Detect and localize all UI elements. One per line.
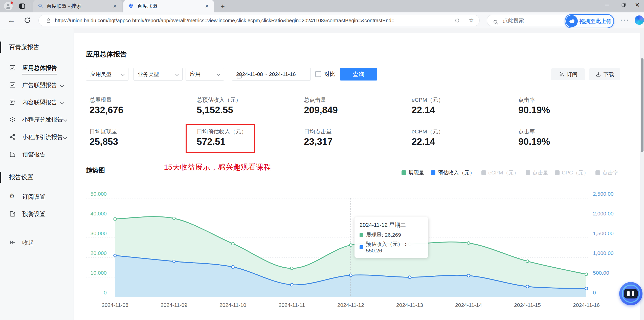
search-icon <box>38 3 43 9</box>
legend-label: 点击率 <box>602 169 618 176</box>
app-select[interactable]: 应用 <box>186 68 224 81</box>
legend-swatch <box>431 170 435 175</box>
refresh-button[interactable] <box>24 17 31 25</box>
sidebar-item-miniapp-distribution-report[interactable]: 小程序分发报告 <box>0 112 74 127</box>
notification-dot <box>10 1 13 4</box>
stat-value: 22.14 <box>412 136 435 147</box>
legend-item[interactable]: CPC（元） <box>555 169 589 176</box>
favorite-star-icon[interactable]: ☆ <box>468 17 474 24</box>
scrollbar-thumb[interactable] <box>641 58 643 152</box>
subscribe-button[interactable]: 订阅 <box>551 68 585 80</box>
chevron-down-icon <box>63 135 67 139</box>
stat-label: 总展现量 <box>90 96 112 104</box>
sidebar-item-alert-report[interactable]: 预警报告 <box>0 147 74 162</box>
sidebar-item-ad-union-report[interactable]: 广告联盟报告 <box>0 78 74 92</box>
chevron-down-icon <box>121 72 125 76</box>
legend-item[interactable]: eCPM（元） <box>481 169 519 176</box>
series-swatch <box>360 245 363 249</box>
stat-value: 90.19% <box>518 105 550 115</box>
query-button[interactable]: 查询 <box>340 68 377 81</box>
svg-text:10,000: 10,000 <box>91 270 107 276</box>
stat-value: 25,853 <box>90 136 118 147</box>
browser-window: 百度联盟 - 搜索 ✕ du 百度联盟 ✕ + ✕ ← https://unio… <box>0 0 644 320</box>
legend-item[interactable]: 预估收入（元） <box>431 169 475 176</box>
close-tab-icon[interactable]: ✕ <box>204 3 210 9</box>
sidebar-collapse-button[interactable]: 收起 <box>0 235 74 250</box>
chevron-down-icon <box>60 84 64 88</box>
close-tab-icon[interactable]: ✕ <box>112 3 118 9</box>
svg-text:0: 0 <box>593 290 596 295</box>
section-marker <box>0 172 1 183</box>
legend-item[interactable]: 点击率 <box>595 169 618 176</box>
minimize-button[interactable] <box>600 0 614 10</box>
back-button[interactable]: ← <box>8 16 15 24</box>
quick-search-box[interactable]: 点此搜索 <box>487 15 570 26</box>
series-swatch <box>360 233 363 237</box>
stat-value: 232,676 <box>90 105 123 115</box>
lock-icon <box>46 18 51 24</box>
tab-search[interactable]: 百度联盟 - 搜索 ✕ <box>33 0 122 12</box>
sidebar-item-alert-settings[interactable]: 预警设置 <box>0 207 74 221</box>
chevron-down-icon <box>175 72 179 76</box>
url-text: https://union.baidu.com/bqt/appco.html#/… <box>55 15 449 26</box>
restore-button[interactable] <box>616 0 631 10</box>
download-button[interactable]: 下载 <box>589 68 620 80</box>
netdisk-upload-button[interactable]: 拖拽至此上传 <box>565 14 614 28</box>
search-placeholder: 点此搜索 <box>503 15 524 26</box>
svg-text:500.00: 500.00 <box>593 270 609 276</box>
baidu-paw-icon: du <box>128 3 134 10</box>
legend-item[interactable]: 展现量 <box>402 169 424 176</box>
svg-text:du: du <box>130 6 131 7</box>
svg-text:50,000: 50,000 <box>91 191 107 197</box>
sidebar-item-content-union-report[interactable]: 内容联盟报告 <box>0 95 74 109</box>
stat-value: 22.14 <box>412 105 435 115</box>
address-bar[interactable]: https://union.baidu.com/bqt/appco.html#/… <box>38 15 480 26</box>
stat-value: 90.19% <box>518 136 550 147</box>
close-window-button[interactable]: ✕ <box>631 0 644 10</box>
svg-text:20,000: 20,000 <box>91 250 107 256</box>
svg-text:2024-11-08: 2024-11-08 <box>102 302 128 308</box>
chevron-down-icon <box>217 72 220 76</box>
sidebar-item-subscription-settings[interactable]: ⚙ 订阅设置 <box>0 190 74 204</box>
chart-title: 趋势图 <box>86 166 105 174</box>
svg-text:0: 0 <box>104 290 107 295</box>
tooltip-date: 2024-11-12 星期二 <box>360 221 423 229</box>
upload-label: 拖拽至此上传 <box>580 15 611 28</box>
workspaces-icon[interactable] <box>19 3 26 11</box>
stat-value: 23,317 <box>304 136 332 147</box>
compare-checkbox[interactable] <box>315 71 321 77</box>
sidebar: 百青藤报告 应用总体报告 广告联盟报告 内容联盟报告 小程序分发报告 小程序引流… <box>0 28 74 320</box>
section-marker <box>0 42 1 53</box>
app-type-select[interactable]: 应用类型 <box>86 68 128 81</box>
alert-bookmark-icon <box>9 151 16 159</box>
new-tab-button[interactable]: + <box>219 3 227 10</box>
stat-label: 点击率 <box>518 128 535 135</box>
page-title: 应用总体报告 <box>86 50 127 59</box>
tab-baidu-union[interactable]: du 百度联盟 ✕ <box>123 0 214 12</box>
gear-icon: ⚙ <box>9 192 15 199</box>
app-value: 应用 <box>190 68 201 80</box>
sidebar-item-miniapp-traffic-report[interactable]: 小程序引流报告 <box>0 130 74 144</box>
legend-swatch <box>555 170 560 175</box>
copilot-icon[interactable] <box>635 15 644 25</box>
browser-menu-icon[interactable]: ··· <box>620 15 629 24</box>
chart-legend: 展现量预估收入（元）eCPM（元）点击量CPC（元）点击率 <box>402 169 618 176</box>
tab-title: 百度联盟 - 搜索 <box>47 3 112 10</box>
sidebar-section-report-settings: 报告设置 <box>9 173 33 181</box>
biz-type-value: 业务类型 <box>138 68 159 80</box>
robot-face-icon <box>624 289 638 298</box>
alert-bookmark-icon <box>9 210 16 218</box>
assistant-robot-button[interactable] <box>619 282 642 305</box>
compare-label: 对比 <box>324 70 335 78</box>
stat-label: eCPM（元） <box>412 96 444 104</box>
legend-item[interactable]: 点击量 <box>526 169 548 176</box>
biz-type-select[interactable]: 业务类型 <box>134 68 183 81</box>
tab-strip: 百度联盟 - 搜索 ✕ du 百度联盟 ✕ + ✕ <box>0 0 644 12</box>
tab-title: 百度联盟 <box>137 3 204 10</box>
scatter-asterisk-icon <box>9 116 16 124</box>
sidebar-section-bqt: 百青藤报告 <box>9 43 39 51</box>
content-doc-icon <box>9 99 16 107</box>
sync-refresh-icon[interactable] <box>454 18 460 24</box>
sidebar-item-app-overall-report[interactable]: 应用总体报告 <box>0 61 74 75</box>
date-range-input[interactable]: 2024-11-08 ~ 2024-11-16 <box>232 68 311 81</box>
